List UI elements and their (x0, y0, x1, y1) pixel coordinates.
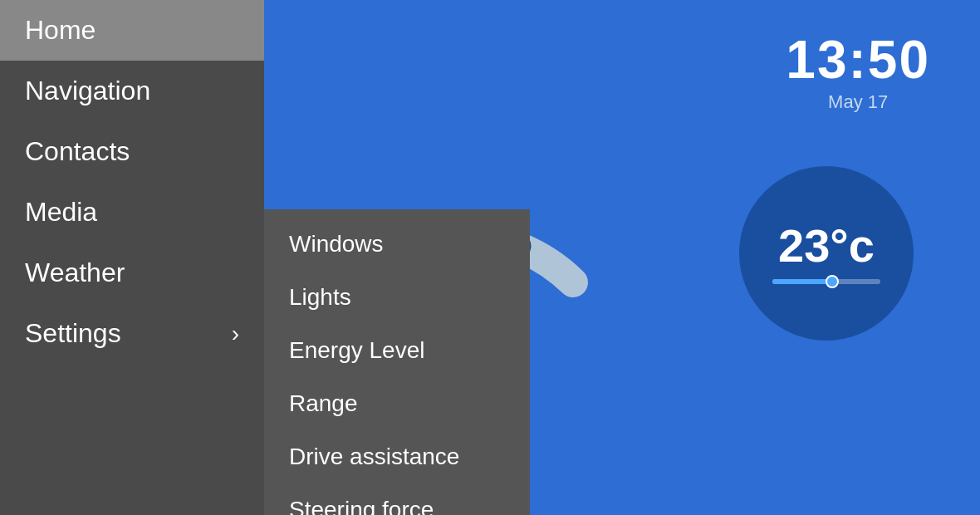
submenu-item-range-label: Range (289, 390, 358, 416)
clock-time: 13:50 (786, 33, 930, 86)
chevron-right-icon: › (232, 321, 239, 347)
temperature-slider[interactable] (772, 279, 880, 284)
sidebar-item-contacts-label: Contacts (25, 136, 130, 167)
sidebar-item-media[interactable]: Media (0, 182, 264, 243)
submenu-item-energy-level-label: Energy Level (289, 337, 424, 363)
sidebar-item-weather[interactable]: Weather (0, 243, 264, 303)
submenu-item-energy-level[interactable]: Energy Level (264, 324, 530, 377)
slider-fill (772, 279, 832, 284)
sidebar-item-navigation[interactable]: Navigation (0, 61, 264, 121)
submenu-item-lights-label: Lights (289, 284, 351, 310)
sidebar-item-settings[interactable]: Settings › (0, 303, 264, 364)
sidebar-item-media-label: Media (25, 197, 97, 228)
sidebar-item-home-label: Home (25, 15, 96, 46)
sidebar-item-settings-label: Settings (25, 318, 121, 349)
sidebar: Home Navigation Contacts Media Weather S… (0, 0, 264, 515)
submenu-item-drive-assistance-label: Drive assistance (289, 444, 459, 469)
submenu-item-steering-force-label: Steering force (289, 497, 434, 515)
sidebar-item-weather-label: Weather (25, 258, 125, 288)
slider-thumb[interactable] (826, 275, 839, 288)
submenu-item-range[interactable]: Range (264, 377, 530, 430)
temperature-value: 23°c (778, 223, 875, 269)
sidebar-item-home[interactable]: Home (0, 0, 264, 61)
submenu-item-lights[interactable]: Lights (264, 271, 530, 324)
sidebar-item-navigation-label: Navigation (25, 76, 150, 106)
submenu-item-steering-force[interactable]: Steering force (264, 483, 530, 515)
clock: 13:50 May 17 (786, 33, 930, 113)
settings-submenu: Windows Lights Energy Level Range Drive … (264, 209, 530, 515)
submenu-item-drive-assistance[interactable]: Drive assistance (264, 430, 530, 483)
temperature-widget: 23°c (739, 166, 914, 341)
sidebar-item-contacts[interactable]: Contacts (0, 121, 264, 182)
submenu-item-windows-label: Windows (289, 231, 384, 257)
clock-date: May 17 (786, 91, 930, 113)
submenu-item-windows[interactable]: Windows (264, 218, 530, 271)
